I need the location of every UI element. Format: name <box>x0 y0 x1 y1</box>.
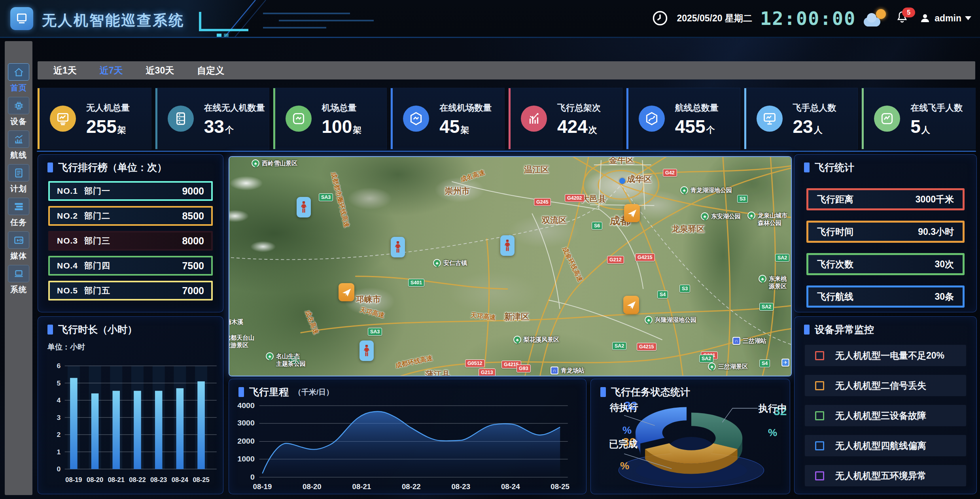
stat-card-value: 33个 <box>204 117 265 136</box>
flight-stat-value: 3000千米 <box>916 193 954 206</box>
pilot-total-icon <box>757 106 783 132</box>
map[interactable]: 金牛区成华区温江区双流区成都龙泉驿区崇州市大邑县邛崃市新津区蒲江县成名高速成都都… <box>229 156 792 376</box>
stat-card: 飞手总人数23人 <box>744 88 858 149</box>
header-right-cluster: 2025/05/20 星期二 12:00:00 5 admin <box>651 0 971 36</box>
ranking-rows: NO.1部门一9000NO.2部门二8500NO.3部门三8000NO.4部门四… <box>38 174 223 301</box>
ranking-row: NO.1部门一9000 <box>48 181 213 201</box>
x-tick: 08-19 <box>253 483 272 491</box>
laptop-icon <box>8 265 29 282</box>
device-alert-row: 无人机机型三设备故障 <box>805 405 966 426</box>
device-alert-label: 无人机机型一电量不足20% <box>835 350 944 362</box>
pilot-marker[interactable] <box>297 197 311 217</box>
device-alert-row: 无人机机型一电量不足20% <box>805 345 966 366</box>
pie-label: 待执行 <box>610 401 638 414</box>
stat-card-label: 飞手总人数 <box>793 102 836 114</box>
y-tick: 3000 <box>237 419 255 427</box>
sidebar-item-首页[interactable]: 首页 <box>5 63 32 93</box>
user-icon <box>919 12 931 24</box>
flight-stats-panel: 飞行统计 飞行距离3000千米飞行时间90.3小时飞行次数30次飞行航线30条 <box>794 154 977 312</box>
user-menu[interactable]: admin <box>919 12 971 24</box>
svg-text:08-23: 08-23 <box>150 476 167 483</box>
header-date: 2025/05/20 星期二 <box>677 12 752 25</box>
flight-stat-row: 飞行航线30条 <box>806 285 965 308</box>
y-tick: 0 <box>250 473 255 481</box>
y-tick: 1000 <box>237 455 255 463</box>
drone-marker[interactable] <box>623 296 639 314</box>
flight-stat-value: 30次 <box>935 258 954 270</box>
stat-card-text: 在线机场数量45架 <box>439 102 492 136</box>
sidebar-item-媒体[interactable]: 媒体 <box>5 231 32 261</box>
sidebar-item-label: 任务 <box>10 217 27 228</box>
pie-percent-sign: % <box>768 427 777 439</box>
ranking-row-value: 7500 <box>182 260 204 272</box>
flight-mileage-panel: 飞行里程 （千米/日） <box>229 379 586 494</box>
y-tick: 2000 <box>237 437 255 445</box>
sidebar-item-label: 系统 <box>10 284 27 295</box>
ranking-row-rank: NO.1 <box>57 186 78 196</box>
app-logo-icon <box>10 7 33 30</box>
pilot-marker[interactable] <box>359 340 374 361</box>
svg-text:1: 1 <box>57 448 61 456</box>
sidebar-item-任务[interactable]: 任务 <box>5 198 32 228</box>
alert-square-icon <box>815 351 824 360</box>
tab-近30天[interactable]: 近30天 <box>146 64 174 77</box>
pilot-marker[interactable] <box>391 237 405 257</box>
sidebar-item-label: 设备 <box>10 116 27 127</box>
sidebar-item-计划[interactable]: 计划 <box>5 164 32 194</box>
svg-text:08-20: 08-20 <box>87 476 103 483</box>
flight-stat-label: 飞行航线 <box>817 291 853 303</box>
x-tick: 08-25 <box>551 483 569 491</box>
stat-card: 机场总量100架 <box>273 88 387 149</box>
svg-text:2: 2 <box>57 431 61 439</box>
device-alerts-panel: 设备异常监控 无人机机型一电量不足20%无人机机型二信号丢失无人机机型三设备故障… <box>794 316 977 494</box>
svg-text:08-21: 08-21 <box>108 476 125 483</box>
svg-text:3: 3 <box>57 414 61 422</box>
flight-stat-row: 飞行距离3000千米 <box>806 188 965 210</box>
svg-text:0: 0 <box>57 465 61 473</box>
sidebar-item-label: 首页 <box>10 83 27 93</box>
x-tick: 08-22 <box>402 483 421 491</box>
stat-card: 无人机总量255架 <box>38 88 151 149</box>
stat-card: 在线机场数量45架 <box>391 88 504 149</box>
home-icon <box>8 63 29 81</box>
sidebar-nav: 首页设备航线计划任务媒体系统 <box>5 41 32 495</box>
stat-card-unit: 人 <box>921 125 930 135</box>
stat-card-text: 飞手总人数23人 <box>793 102 836 136</box>
drone-marker[interactable] <box>624 204 640 222</box>
stat-card-text: 在线飞手人数5人 <box>910 102 963 136</box>
sidebar-item-航线[interactable]: 航线 <box>5 130 32 161</box>
panel-title: 设备异常监控 <box>795 317 976 336</box>
flight-stats-rows: 飞行距离3000千米飞行时间90.3小时飞行次数30次飞行航线30条 <box>795 174 976 308</box>
svg-text:08-22: 08-22 <box>129 476 146 483</box>
tab-自定义[interactable]: 自定义 <box>197 64 224 77</box>
sidebar-item-设备[interactable]: 设备 <box>5 97 32 127</box>
drone-marker[interactable] <box>339 283 354 301</box>
pie-label: 执行中 <box>759 402 787 415</box>
ranking-row-left: NO.5部门五 <box>57 285 110 296</box>
flight-sorties-icon <box>521 106 547 132</box>
ranking-row-rank: NO.2 <box>57 211 78 221</box>
time-range-tabs: 近1天近7天近30天自定义 <box>38 61 975 79</box>
svg-text:6: 6 <box>57 362 61 370</box>
tab-近7天[interactable]: 近7天 <box>100 64 123 77</box>
notification-bell-icon[interactable]: 5 <box>895 9 911 27</box>
ranking-row-left: NO.2部门二 <box>57 210 110 221</box>
sidebar-item-系统[interactable]: 系统 <box>5 265 32 295</box>
stat-card-unit: 次 <box>588 125 597 135</box>
title-marker <box>804 163 810 172</box>
stat-card-label: 飞行总架次 <box>557 102 601 114</box>
stat-card-unit: 架 <box>117 125 126 135</box>
ranking-row-rank: NO.5 <box>57 286 78 295</box>
device-alert-label: 无人机机型二信号丢失 <box>835 380 926 392</box>
stat-card-label: 在线无人机数量 <box>204 102 265 114</box>
tab-近1天[interactable]: 近1天 <box>53 64 77 77</box>
sidebar-item-label: 计划 <box>10 183 27 194</box>
chevron-down-icon <box>965 16 971 20</box>
stat-card-label: 机场总量 <box>322 102 362 114</box>
stat-card-unit: 架 <box>460 125 469 135</box>
stat-card-label: 无人机总量 <box>86 102 130 114</box>
flight-stat-label: 飞行距离 <box>817 193 853 206</box>
pilot-marker[interactable] <box>500 235 515 256</box>
route-chart-icon <box>8 130 29 148</box>
svg-text:5: 5 <box>57 379 61 387</box>
